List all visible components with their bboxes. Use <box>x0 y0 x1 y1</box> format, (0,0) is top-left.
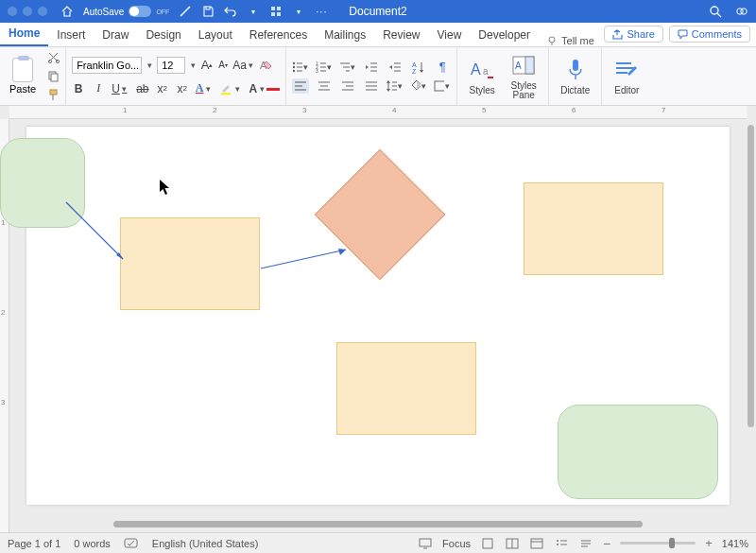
numbering-icon[interactable]: 123▾ <box>316 60 333 75</box>
copy-icon[interactable] <box>46 70 60 83</box>
more-icon[interactable]: ··· <box>315 5 328 18</box>
autosave-toggle[interactable]: AutoSave OFF <box>83 6 169 17</box>
read-mode-icon[interactable] <box>505 537 520 550</box>
underline-button[interactable]: U▾ <box>112 81 129 96</box>
chevron-down-icon[interactable]: ▾ <box>292 5 305 18</box>
chevron-down-icon[interactable]: ▾ <box>145 60 154 70</box>
font-size-select[interactable]: 12 <box>157 57 185 74</box>
format-painter-icon[interactable] <box>46 89 60 102</box>
svg-line-6 <box>717 13 721 17</box>
pilcrow-icon[interactable]: ¶ <box>434 60 451 75</box>
tab-insert[interactable]: Insert <box>48 24 94 46</box>
styles-button[interactable]: Aa Styles <box>463 57 501 95</box>
status-page[interactable]: Page 1 of 1 <box>8 538 60 549</box>
status-language[interactable]: English (United States) <box>152 538 259 549</box>
sort-icon[interactable]: AZ <box>410 60 427 75</box>
zoom-slider[interactable] <box>620 542 696 544</box>
font-color-button[interactable]: A▾ <box>249 81 280 96</box>
comments-button[interactable]: Comments <box>669 26 750 43</box>
shading-icon[interactable]: ▾ <box>410 78 427 94</box>
connector-arrow[interactable] <box>64 200 130 268</box>
strikethrough-button[interactable]: ab <box>136 81 149 96</box>
traffic-close[interactable] <box>8 7 17 16</box>
grid-icon[interactable] <box>269 5 283 18</box>
scrollbar-vertical[interactable] <box>747 125 754 504</box>
align-center-icon[interactable] <box>316 78 333 94</box>
svg-text:3: 3 <box>316 68 318 73</box>
change-case-icon[interactable]: Aa▾ <box>232 58 256 73</box>
styles-pane-button[interactable]: A Styles Pane <box>505 53 542 100</box>
shape-rect[interactable] <box>336 342 476 435</box>
scrollbar-horizontal[interactable] <box>113 521 699 527</box>
clear-format-icon[interactable]: A <box>259 58 272 73</box>
search-icon[interactable] <box>709 5 722 18</box>
tell-me[interactable]: Tell me <box>546 35 594 46</box>
undo-icon[interactable] <box>224 5 237 18</box>
spellcheck-icon[interactable] <box>124 537 139 550</box>
bold-button[interactable]: B <box>72 81 85 96</box>
tab-review[interactable]: Review <box>374 24 428 46</box>
tab-layout[interactable]: Layout <box>190 24 241 46</box>
save-icon[interactable] <box>201 5 215 18</box>
multilevel-icon[interactable]: ▾ <box>339 60 356 75</box>
tab-mailings[interactable]: Mailings <box>316 24 374 46</box>
slider-knob[interactable] <box>669 538 675 548</box>
svg-point-8 <box>741 9 747 14</box>
superscript-button[interactable]: x2 <box>176 81 189 96</box>
status-words[interactable]: 0 words <box>74 538 111 549</box>
line-spacing-icon[interactable]: ▾ <box>387 78 404 94</box>
outline-icon[interactable] <box>554 537 569 550</box>
italic-button[interactable]: I <box>92 81 105 96</box>
increase-indent-icon[interactable] <box>387 60 404 75</box>
tab-references[interactable]: References <box>241 24 316 46</box>
focus-label[interactable]: Focus <box>442 538 471 549</box>
share-button[interactable]: Share <box>604 26 662 43</box>
shape-rounded-rect[interactable] <box>558 405 718 499</box>
decrease-indent-icon[interactable] <box>363 60 380 75</box>
display-settings-icon[interactable] <box>418 537 433 550</box>
editor-button[interactable]: Editor <box>608 57 645 95</box>
justify-icon[interactable] <box>363 78 380 94</box>
diag-line-icon[interactable] <box>179 5 192 18</box>
text-effects-button[interactable]: A▾ <box>196 81 214 96</box>
tab-developer[interactable]: Developer <box>470 24 539 46</box>
print-layout-icon[interactable] <box>480 537 495 550</box>
align-left-icon[interactable] <box>292 78 309 94</box>
chevron-down-icon[interactable]: ▾ <box>188 60 198 70</box>
tab-home[interactable]: Home <box>0 22 48 46</box>
increase-font-icon[interactable]: A▴ <box>200 58 214 73</box>
dictate-button[interactable]: Dictate <box>555 57 595 95</box>
bullets-icon[interactable]: ▾ <box>292 60 309 75</box>
decrease-font-icon[interactable]: A▾ <box>216 58 230 73</box>
highlight-button[interactable]: ▾ <box>219 81 242 96</box>
tab-draw[interactable]: Draw <box>94 24 137 46</box>
web-layout-icon[interactable] <box>529 537 544 550</box>
traffic-zoom[interactable] <box>38 7 47 16</box>
scrollbar-thumb[interactable] <box>113 521 643 527</box>
ruler-horizontal[interactable]: 1 2 3 4 5 6 7 <box>9 106 747 119</box>
draft-icon[interactable] <box>578 537 593 550</box>
subscript-button[interactable]: x2 <box>156 81 169 96</box>
svg-line-72 <box>261 250 346 268</box>
sync-icon[interactable] <box>735 5 748 18</box>
zoom-out-button[interactable]: − <box>603 536 610 551</box>
tab-view[interactable]: View <box>429 24 471 46</box>
tab-design[interactable]: Design <box>137 24 189 46</box>
editor-icon <box>613 57 640 83</box>
paste-button[interactable]: Paste <box>6 56 40 96</box>
borders-icon[interactable]: ▾ <box>434 78 451 94</box>
zoom-in-button[interactable]: + <box>705 536 713 550</box>
scrollbar-thumb[interactable] <box>747 125 754 427</box>
shape-rect[interactable] <box>120 217 260 310</box>
traffic-minimize[interactable] <box>23 7 32 16</box>
svg-text:Z: Z <box>412 68 417 74</box>
home-icon[interactable] <box>60 5 74 18</box>
cut-icon[interactable] <box>46 51 60 64</box>
connector-arrow[interactable] <box>259 246 353 274</box>
shape-rect[interactable] <box>524 182 663 275</box>
zoom-level[interactable]: 141% <box>722 538 748 549</box>
chevron-down-icon[interactable]: ▾ <box>247 5 260 18</box>
align-right-icon[interactable] <box>339 78 356 94</box>
document-page[interactable] <box>26 127 730 505</box>
font-name-select[interactable]: Franklin Go... <box>72 57 142 74</box>
